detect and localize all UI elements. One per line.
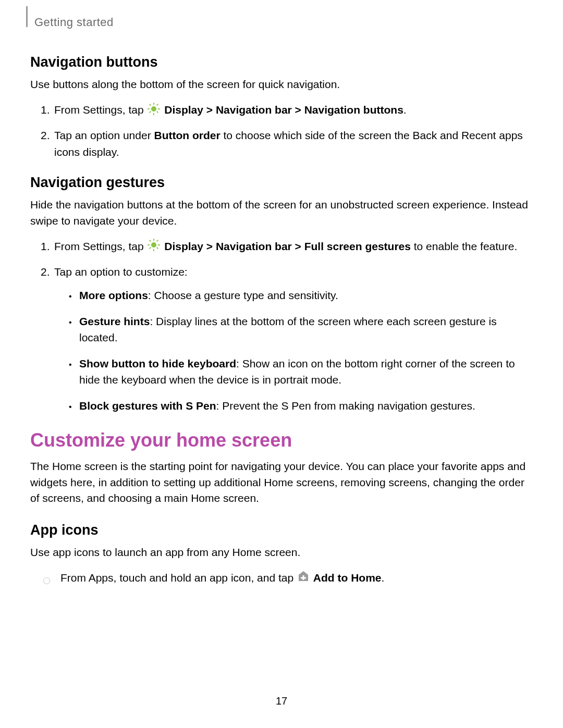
heading-customize-home-screen: Customize your home screen xyxy=(30,429,533,451)
page-number: 17 xyxy=(0,695,563,707)
list-item: Gesture hints: Display lines at the bott… xyxy=(70,313,533,346)
text-bold-fragment: Add to Home xyxy=(313,572,382,584)
list-item: From Settings, tap Display > Navigation … xyxy=(43,238,533,256)
svg-point-9 xyxy=(151,242,156,248)
heading-navigation-buttons: Navigation buttons xyxy=(30,54,533,70)
text-bold-fragment: Block gestures with S Pen xyxy=(79,400,216,412)
text-fragment: . xyxy=(381,572,384,584)
svg-rect-11 xyxy=(153,249,154,251)
text-fragment: From Settings, tap xyxy=(54,240,146,252)
list-item: From Settings, tap Display > Navigation … xyxy=(43,102,533,120)
header-accent-bar xyxy=(26,6,28,27)
text-nav-gestures-intro: Hide the navigation buttons at the botto… xyxy=(30,197,533,229)
list-item: From Apps, touch and hold an app icon, a… xyxy=(43,570,533,587)
display-brightness-icon xyxy=(147,102,161,120)
text-bold-fragment: More options xyxy=(79,289,148,301)
heading-navigation-gestures: Navigation gestures xyxy=(30,175,533,191)
text-bold-fragment: Display > Navigation bar > Navigation bu… xyxy=(164,104,403,116)
svg-rect-7 xyxy=(156,104,158,106)
svg-rect-4 xyxy=(158,108,160,109)
svg-rect-5 xyxy=(149,104,151,106)
text-fragment: : Choose a gesture type and sensitivity. xyxy=(148,289,338,301)
text-nav-buttons-intro: Use buttons along the bottom of the scre… xyxy=(30,77,533,92)
list-nav-gestures-steps: From Settings, tap Display > Navigation … xyxy=(43,238,533,414)
text-bold-fragment: Gesture hints xyxy=(79,315,150,327)
svg-rect-16 xyxy=(156,240,158,242)
svg-point-0 xyxy=(151,106,156,112)
svg-rect-2 xyxy=(153,113,154,115)
svg-rect-10 xyxy=(153,239,154,241)
list-nav-buttons-steps: From Settings, tap Display > Navigation … xyxy=(43,102,533,160)
svg-point-18 xyxy=(44,577,50,584)
svg-rect-8 xyxy=(149,111,151,113)
svg-rect-12 xyxy=(148,244,150,245)
svg-rect-15 xyxy=(156,247,158,249)
add-to-home-icon xyxy=(297,570,310,587)
list-item: Tap an option to customize: More options… xyxy=(43,264,533,414)
heading-app-icons: App icons xyxy=(30,522,533,538)
breadcrumb: Getting started xyxy=(34,16,533,29)
text-fragment: From Apps, touch and hold an app icon, a… xyxy=(60,572,297,584)
text-fragment: Tap an option to customize: xyxy=(54,266,188,278)
svg-rect-13 xyxy=(158,244,160,245)
list-app-icons-step: From Apps, touch and hold an app icon, a… xyxy=(43,570,533,587)
list-item: Block gestures with S Pen: Prevent the S… xyxy=(70,398,533,414)
text-bold-fragment: Display > Navigation bar > Full screen g… xyxy=(164,240,411,252)
text-fragment: Tap an option under xyxy=(54,129,154,141)
svg-rect-17 xyxy=(149,247,151,249)
text-customize-intro: The Home screen is the starting point fo… xyxy=(30,459,533,506)
text-bold-fragment: Show button to hide keyboard xyxy=(79,357,236,369)
list-item: Tap an option under Button order to choo… xyxy=(43,127,533,160)
text-fragment: : Prevent the S Pen from making navigati… xyxy=(216,400,475,412)
list-item: Show button to hide keyboard: Show an ic… xyxy=(70,355,533,388)
text-app-icons-intro: Use app icons to launch an app from any … xyxy=(30,545,533,560)
text-fragment: to enable the feature. xyxy=(411,240,517,252)
circle-bullet-icon xyxy=(43,573,51,581)
svg-rect-14 xyxy=(149,240,151,242)
svg-rect-3 xyxy=(148,108,150,109)
text-fragment: From Settings, tap xyxy=(54,104,146,116)
svg-rect-20 xyxy=(301,577,306,579)
text-bold-fragment: Button order xyxy=(154,129,220,141)
text-fragment: . xyxy=(403,104,407,116)
svg-rect-6 xyxy=(156,111,158,113)
sublist-gesture-options: More options: Choose a gesture type and … xyxy=(70,287,533,414)
display-brightness-icon xyxy=(147,238,161,256)
svg-rect-1 xyxy=(153,103,154,105)
list-item: More options: Choose a gesture type and … xyxy=(70,287,533,304)
